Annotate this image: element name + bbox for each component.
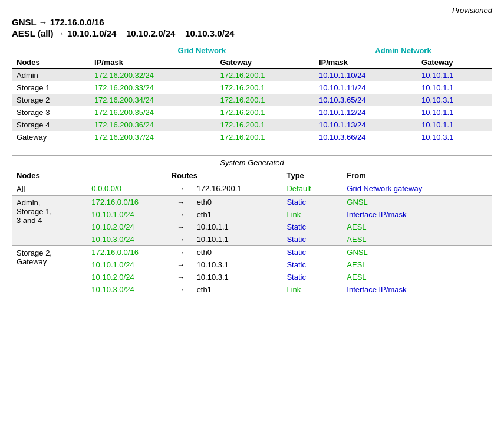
route-dest: 0.0.0.0/0 — [87, 182, 169, 196]
route-from: AESL — [342, 221, 492, 233]
section-divider — [12, 155, 492, 156]
route-via: 10.10.1.1 — [192, 221, 282, 233]
route-from: AESL — [342, 233, 492, 246]
route-via: eth1 — [192, 283, 282, 296]
grid-gw-col-header: Gateway — [215, 56, 314, 69]
route-from: AESL — [342, 258, 492, 271]
aesl-value-1: 10.10.1.0/24 — [67, 28, 116, 38]
route-from: GNSL — [342, 246, 492, 259]
route-dest: 10.10.3.0/24 — [87, 233, 169, 246]
grid-ip: 172.16.200.33/24 — [90, 81, 216, 94]
route-arrow: → — [169, 182, 192, 196]
route-via: 10.10.3.1 — [192, 271, 282, 283]
route-dest: 10.10.2.0/24 — [87, 271, 169, 283]
admin-ip: 10.10.1.12/24 — [314, 106, 417, 119]
admin-gw: 10.10.1.1 — [417, 106, 492, 119]
route-from: GNSL — [342, 196, 492, 209]
admin-ip: 10.10.1.11/24 — [314, 81, 417, 94]
route-group-nodes: All — [12, 182, 87, 196]
grid-gw: 172.16.200.1 — [215, 94, 314, 106]
route-via: 10.10.3.1 — [192, 258, 282, 271]
gnsl-value: 172.16.0.0/16 — [50, 17, 104, 27]
route-dest: 10.10.2.0/24 — [87, 221, 169, 233]
grid-gw: 172.16.200.1 — [215, 131, 314, 143]
admin-ip: 10.10.1.13/24 — [314, 119, 417, 131]
node-name: Admin — [12, 69, 90, 82]
route-type: Default — [282, 182, 342, 196]
route-via: 172.16.200.1 — [192, 182, 282, 196]
aesl-value-3: 10.10.3.0/24 — [185, 28, 234, 38]
route-dest: 10.10.3.0/24 — [87, 283, 169, 296]
network-table-row: Storage 4 172.16.200.36/24 172.16.200.1 … — [12, 119, 492, 131]
admin-gw-col-header: Gateway — [417, 56, 492, 69]
routes-table-row: Storage 2,Gateway 172.16.0.0/16 → eth0 S… — [12, 246, 492, 259]
network-table-row: Storage 3 172.16.200.35/24 172.16.200.1 … — [12, 106, 492, 119]
routes-type-col-header: Type — [282, 169, 342, 182]
route-dest: 10.10.1.0/24 — [87, 258, 169, 271]
grid-ip: 172.16.200.32/24 — [90, 69, 216, 82]
route-arrow: → — [169, 271, 192, 283]
network-section-header: Grid Network Admin Network — [12, 44, 492, 56]
grid-gw: 172.16.200.1 — [215, 119, 314, 131]
route-arrow: → — [169, 208, 192, 221]
route-dest: 10.10.1.0/24 — [87, 208, 169, 221]
routes-table-row: All 0.0.0.0/0 → 172.16.200.1 Default Gri… — [12, 182, 492, 196]
network-table-row: Gateway 172.16.200.37/24 172.16.200.1 10… — [12, 131, 492, 143]
route-arrow: → — [169, 283, 192, 296]
nodes-col-spacer — [12, 44, 90, 56]
route-via: 10.10.1.1 — [192, 233, 282, 246]
route-from: Interface IP/mask — [342, 208, 492, 221]
routes-from-col-header: From — [342, 169, 492, 182]
route-arrow: → — [169, 221, 192, 233]
route-via: eth1 — [192, 208, 282, 221]
grid-ip: 172.16.200.34/24 — [90, 94, 216, 106]
route-type: Static — [282, 221, 342, 233]
gnsl-label: GNSL — [12, 17, 36, 27]
route-type: Link — [282, 283, 342, 296]
route-type: Static — [282, 246, 342, 259]
node-name: Storage 3 — [12, 106, 90, 119]
node-name: Storage 2 — [12, 94, 90, 106]
nodes-col-header: Nodes — [12, 56, 90, 69]
route-type: Link — [282, 208, 342, 221]
route-via: eth0 — [192, 196, 282, 209]
routes-routes-col-header: Routes — [87, 169, 282, 182]
routes-table-row: Admin,Storage 1,3 and 4 172.16.0.0/16 → … — [12, 196, 492, 209]
route-group-nodes: Admin,Storage 1,3 and 4 — [12, 196, 87, 246]
provisioned-status: Provisioned — [12, 6, 492, 15]
routes-nodes-col-header: Nodes — [12, 169, 87, 182]
node-name: Gateway — [12, 131, 90, 143]
grid-ip: 172.16.200.37/24 — [90, 131, 216, 143]
admin-ip: 10.10.3.65/24 — [314, 94, 417, 106]
routes-table: Nodes Routes Type From All 0.0.0.0/0 → 1… — [12, 169, 492, 296]
admin-gw: 10.10.1.1 — [417, 81, 492, 94]
network-table-row: Admin 172.16.200.32/24 172.16.200.1 10.1… — [12, 69, 492, 82]
aesl-label: AESL (all) — [12, 28, 54, 38]
route-type: Static — [282, 271, 342, 283]
route-dest: 172.16.0.0/16 — [87, 246, 169, 259]
grid-network-header: Grid Network — [90, 44, 314, 56]
gnsl-line: GNSL → 172.16.0.0/16 — [12, 17, 492, 27]
grid-ip: 172.16.200.35/24 — [90, 106, 216, 119]
admin-gw: 10.10.1.1 — [417, 69, 492, 82]
admin-gw: 10.10.3.1 — [417, 94, 492, 106]
network-table: Grid Network Admin Network Nodes IP/mask… — [12, 44, 492, 143]
route-type: Static — [282, 196, 342, 209]
route-group-nodes: Storage 2,Gateway — [12, 246, 87, 296]
aesl-arrow: → — [56, 28, 67, 38]
route-arrow: → — [169, 246, 192, 259]
node-name: Storage 1 — [12, 81, 90, 94]
route-dest: 172.16.0.0/16 — [87, 196, 169, 209]
route-arrow: → — [169, 196, 192, 209]
system-generated-label: System Generated — [12, 158, 492, 167]
gnsl-arrow: → — [39, 17, 50, 27]
aesl-line: AESL (all) → 10.10.1.0/24 10.10.2.0/24 1… — [12, 28, 492, 38]
network-table-row: Storage 2 172.16.200.34/24 172.16.200.1 … — [12, 94, 492, 106]
route-via: eth0 — [192, 246, 282, 259]
admin-ip-col-header: IP/mask — [314, 56, 417, 69]
admin-ip: 10.10.1.10/24 — [314, 69, 417, 82]
node-name: Storage 4 — [12, 119, 90, 131]
route-from: AESL — [342, 271, 492, 283]
route-arrow: → — [169, 258, 192, 271]
admin-network-header: Admin Network — [314, 44, 492, 56]
